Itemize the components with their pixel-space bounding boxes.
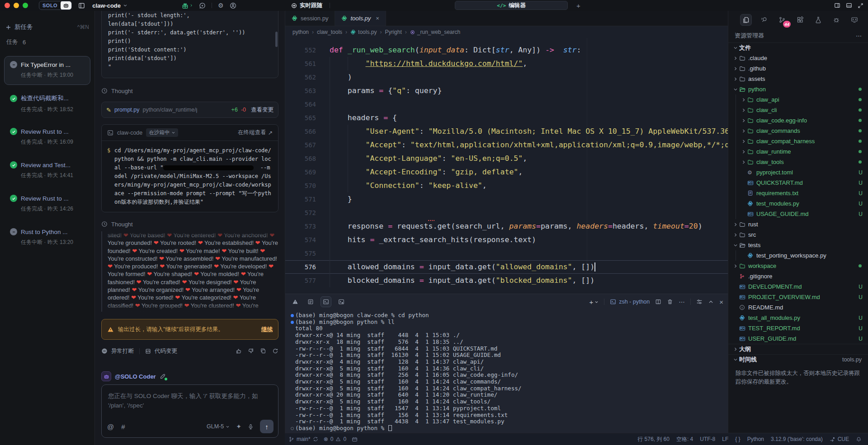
code-line[interactable]: 565 headers = { <box>285 111 728 125</box>
new-task-button[interactable]: 新任务 ^⌘N <box>0 20 94 34</box>
chat-scroll-area[interactable]: print('- stdout length:', len(data['stdo… <box>101 11 278 366</box>
code-line[interactable]: 552def _run_web_search(input_data: Dict[… <box>285 43 728 57</box>
layout-panel-icon[interactable] <box>846 2 852 9</box>
tree-item[interactable]: TEST_REPORT.mdU <box>728 323 868 333</box>
encoding-status[interactable]: UTF-8 <box>700 436 715 442</box>
tree-item[interactable]: claw_tools <box>728 157 868 167</box>
breadcrumb-item[interactable]: _run_web_search <box>410 29 460 35</box>
code-changes-link[interactable]: 代码变更 <box>155 347 177 355</box>
window-controls[interactable] <box>0 3 33 8</box>
cursor-position[interactable]: 行 576, 列 60 <box>637 436 670 443</box>
command-decoration[interactable] <box>289 319 295 326</box>
gift-icon[interactable] <box>182 2 193 9</box>
tree-item[interactable]: QUICKSTART.mdU <box>728 178 868 188</box>
layout-sidebar-icon[interactable] <box>78 2 85 9</box>
settings-gear-icon[interactable]: ⚙ <box>218 2 224 9</box>
add-view-button[interactable]: + <box>576 2 580 9</box>
code-line[interactable]: 566 "User-Agent": "Mozilla/5.0 (Macintos… <box>285 125 728 138</box>
source-control-icon[interactable]: 44 <box>776 14 788 26</box>
continue-link[interactable]: 继续 <box>261 326 273 333</box>
feedback-icon[interactable] <box>199 2 206 9</box>
tree-item[interactable]: claw_runtime <box>728 146 868 157</box>
layout-sidebar-right-icon[interactable] <box>834 2 840 9</box>
tree-item[interactable]: tests <box>728 240 868 250</box>
code-line[interactable]: 572 <box>285 206 728 220</box>
thought-header[interactable]: Thought <box>101 220 278 229</box>
tree-item[interactable]: requirements.txtU <box>728 188 868 198</box>
account-icon[interactable] <box>230 2 236 9</box>
tree-item[interactable]: test_modules.pyU <box>728 198 868 209</box>
indentation-status[interactable]: 空格: 4 <box>676 436 693 443</box>
code-line[interactable]: 577 blocked_domains = input_data.get("bl… <box>285 274 728 287</box>
thumbs-up-icon[interactable] <box>236 348 242 354</box>
task-card[interactable]: 检查代码截断和...任务完成 · 昨天 18:52 <box>4 89 90 118</box>
python-interpreter[interactable]: 3.12.9 ('base': conda) <box>771 436 823 442</box>
code-line[interactable]: 571 } <box>285 192 728 206</box>
tree-item[interactable]: claw_api <box>728 94 868 105</box>
tree-item[interactable]: test_porting_workspace.py <box>728 250 868 261</box>
problems-status[interactable]: ⊗0 0 <box>324 436 346 442</box>
tree-item[interactable]: DEVELOPMENT.mdU <box>728 281 868 292</box>
code-editor[interactable]: 552def _run_web_search(input_data: Dict[… <box>285 38 728 294</box>
sandbox-badge[interactable]: 在沙箱中 <box>146 128 178 137</box>
tree-item[interactable]: src <box>728 230 868 240</box>
code-line[interactable]: 562 ) <box>285 70 728 84</box>
maximize-panel-icon[interactable] <box>708 299 714 305</box>
context-button[interactable]: # <box>121 423 125 431</box>
command-decoration[interactable] <box>289 425 295 432</box>
git-branch-status[interactable]: main* <box>288 436 318 442</box>
code-line[interactable]: 567 "Accept": "text/html,application/xht… <box>285 138 728 152</box>
open-in-terminal-link[interactable]: 在终端查看↗ <box>238 129 273 136</box>
brackets-status[interactable]: { } <box>735 436 740 442</box>
code-line-current[interactable]: 576 allowed_domains = input_data.get("al… <box>285 260 728 274</box>
tab-live-follow[interactable]: 实时跟随 <box>285 0 329 11</box>
close-window-button[interactable] <box>5 3 10 8</box>
more-actions-icon[interactable]: ⋯ <box>679 298 685 305</box>
tree-item[interactable]: assets <box>728 74 868 84</box>
thumbs-down-icon[interactable] <box>248 348 254 354</box>
code-line[interactable]: 574 hits = _extract_search_hits(response… <box>285 233 728 247</box>
chat-input[interactable]: 您正在与 SOLO Coder 聊天，输入 '/' 获取更多能力，如 '/pla… <box>101 384 278 438</box>
task-card[interactable]: Review and Test...任务完成 · 昨天 14:41 <box>4 156 90 185</box>
sync-icon[interactable] <box>313 436 318 442</box>
tree-item[interactable]: ⚙pyproject.tomlU <box>728 167 868 178</box>
tree-item[interactable]: claw_compat_harness <box>728 136 868 146</box>
task-card[interactable]: Review Rust to ...任务完成 · 昨天 14:26 <box>4 190 90 219</box>
code-line[interactable]: 569 "Accept-Encoding": "gzip, deflate", <box>285 165 728 179</box>
output-icon[interactable] <box>305 296 316 307</box>
tree-item[interactable]: USAGE_GUIDE.mdU <box>728 209 868 219</box>
debug-console-icon[interactable] <box>336 296 347 307</box>
tree-item[interactable]: claw_cli <box>728 105 868 115</box>
scrollbar-thumb[interactable] <box>275 32 278 47</box>
more-actions-icon[interactable]: ⋯ <box>856 33 862 39</box>
breadcrumb[interactable]: python›claw_tools›tools.py›Pyright›_run_… <box>285 26 728 38</box>
code-line[interactable]: 570 "Connection": "keep-alive", <box>285 179 728 192</box>
send-button[interactable]: ↑ <box>260 420 274 433</box>
panel-settings-icon[interactable] <box>696 299 703 305</box>
explorer-icon[interactable] <box>740 14 752 26</box>
notifications-bell-icon[interactable] <box>856 436 862 442</box>
problems-icon[interactable] <box>290 296 301 307</box>
expand-window-icon[interactable] <box>858 3 863 9</box>
tree-item[interactable]: test_all_modules.pyU <box>728 313 868 323</box>
search-icon[interactable] <box>758 14 770 26</box>
code-line[interactable]: 568 "Accept-Language": "en-US,en;q=0.5", <box>285 152 728 165</box>
breadcrumb-item[interactable]: tools.py <box>350 29 377 35</box>
mic-icon[interactable] <box>248 424 254 430</box>
tree-item[interactable]: rust <box>728 219 868 230</box>
code-line[interactable]: 563 params = {"q": query} <box>285 84 728 98</box>
regenerate-icon[interactable] <box>272 348 278 354</box>
file-diff-chip[interactable]: ✎ prompt.py python/claw_runtime/pro... +… <box>101 102 278 118</box>
model-selector[interactable]: GLM-5 <box>207 423 230 430</box>
tree-item[interactable]: .gitignore <box>728 271 868 281</box>
extensions-icon[interactable] <box>794 14 806 26</box>
breadcrumb-item[interactable]: claw_tools <box>317 29 342 35</box>
solo-mode-toggle[interactable]: SOLO <box>39 1 72 10</box>
tree-section-大纲[interactable]: 大纲 <box>728 344 868 354</box>
breadcrumb-item[interactable]: Pyright <box>385 29 401 35</box>
task-card[interactable]: Fix TypeError in ...任务中断 · 昨天 19:00 <box>4 56 90 85</box>
kill-terminal-icon[interactable] <box>667 299 673 305</box>
close-panel-icon[interactable]: × <box>719 298 723 306</box>
command-decoration[interactable] <box>289 312 295 319</box>
testing-icon[interactable] <box>812 14 824 26</box>
